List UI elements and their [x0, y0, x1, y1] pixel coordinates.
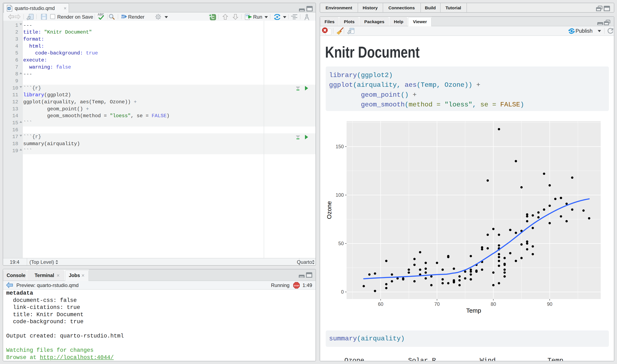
svg-text:0: 0: [341, 289, 344, 295]
svg-text:100: 100: [336, 192, 344, 198]
svg-text:50: 50: [338, 241, 344, 246]
svg-text:Ozone: Ozone: [326, 201, 332, 219]
svg-text:70: 70: [434, 301, 440, 307]
svg-text:Temp: Temp: [466, 307, 481, 314]
svg-text:150: 150: [336, 144, 344, 149]
svg-text:90: 90: [547, 301, 552, 307]
svg-text:STOP: STOP: [294, 285, 299, 287]
svg-text:60: 60: [378, 301, 383, 307]
svg-text:80: 80: [491, 301, 496, 307]
